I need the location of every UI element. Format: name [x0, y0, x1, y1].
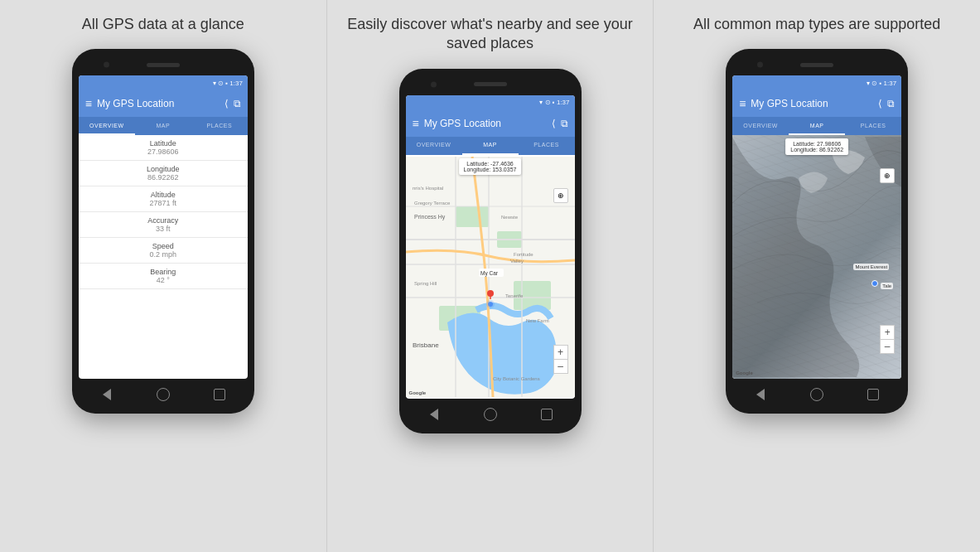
- panel3-title: All common map types are supported: [677, 15, 957, 34]
- altitude-value: 27871 ft: [79, 199, 248, 207]
- terrain-google-logo: Google: [736, 370, 753, 375]
- panel-terrain: All common map types are supported ▾ ⊙ ▪…: [654, 0, 980, 552]
- tab2-overview[interactable]: OVERVIEW: [406, 137, 462, 155]
- svg-text:City Botanic Gardens: City Botanic Gardens: [493, 376, 540, 381]
- recents-button-3[interactable]: [864, 385, 882, 404]
- phone2-speaker: [474, 82, 507, 86]
- svg-text:Princess Hy: Princess Hy: [414, 214, 446, 220]
- overview-list: Latitude 27.98606 Longitude 86.92262 Alt…: [79, 135, 248, 289]
- svg-rect-1: [456, 206, 489, 227]
- svg-point-27: [486, 300, 495, 308]
- home-icon: [157, 388, 170, 401]
- menu-icon-3[interactable]: ≡: [739, 98, 746, 109]
- showcase: All GPS data at a glance ▾ ⊙ ▪ 1:37 ≡ My…: [0, 0, 980, 552]
- svg-text:Spring Hill: Spring Hill: [414, 281, 437, 286]
- tab2-places[interactable]: PLACES: [519, 137, 575, 155]
- zoom-controls: + –: [553, 345, 568, 374]
- tab3-map[interactable]: MAP: [789, 117, 845, 135]
- recents-button-2[interactable]: [538, 405, 556, 424]
- home-button[interactable]: [154, 385, 172, 404]
- tab2-map[interactable]: MAP: [462, 137, 519, 155]
- speed-label: Speed: [79, 242, 248, 250]
- tab1-places[interactable]: PLACES: [191, 117, 248, 135]
- phone3-camera: [757, 62, 763, 68]
- tab3-overview[interactable]: OVERVIEW: [732, 117, 789, 135]
- toolbar3-title: My GPS Location: [751, 98, 873, 109]
- recents-button[interactable]: [210, 385, 229, 404]
- status-icons-2: ▾ ⊙ ▪ 1:37: [539, 99, 569, 106]
- terrain-location-button[interactable]: ⊕: [880, 168, 895, 183]
- toolbar2-title: My GPS Location: [424, 118, 547, 129]
- phone1-status: ▾ ⊙ ▪ 1:37: [79, 75, 248, 90]
- speed-row: Speed 0.2 mph: [79, 238, 248, 264]
- phone3-tabs: OVERVIEW MAP PLACES: [732, 117, 901, 135]
- terrain-zoom-controls: + –: [880, 325, 895, 354]
- share-icon[interactable]: ⟨: [224, 98, 229, 109]
- bearing-value: 42 °: [79, 276, 248, 284]
- svg-text:My Car: My Car: [480, 270, 499, 277]
- svg-text:nris's Hospital: nris's Hospital: [413, 186, 443, 191]
- tale-label: Tale: [881, 283, 893, 289]
- terrain-map[interactable]: Latitude: 27.98606 Longitude: 86.92262 ⊕…: [732, 135, 901, 379]
- svg-text:Fortitude: Fortitude: [514, 252, 533, 257]
- home-button-3[interactable]: [808, 385, 826, 404]
- recents-icon: [214, 389, 225, 400]
- longitude-value: 86.92262: [79, 173, 248, 182]
- svg-text:Gregory Terrace: Gregory Terrace: [414, 201, 451, 206]
- share-icon-3[interactable]: ⟨: [878, 98, 882, 109]
- panel-map: Easily discover what's nearby and see yo…: [327, 0, 654, 552]
- phone1-screen: ▾ ⊙ ▪ 1:37 ≡ My GPS Location ⟨ ⧉ OVERVIE…: [79, 75, 248, 379]
- back-button-3[interactable]: [751, 385, 770, 404]
- back-icon-2: [430, 409, 438, 420]
- terrain-svg: [732, 135, 901, 379]
- menu-icon-2[interactable]: ≡: [413, 118, 419, 129]
- accuracy-row: Accuracy 33 ft: [79, 212, 248, 238]
- terrain-info-box: Latitude: 27.98606 Longitude: 86.92262: [785, 138, 848, 155]
- home-icon-2: [484, 408, 497, 421]
- status-icons-3: ▾ ⊙ ▪ 1:37: [867, 80, 896, 87]
- accuracy-value: 33 ft: [79, 225, 248, 233]
- tab3-places[interactable]: PLACES: [845, 117, 901, 135]
- speed-value: 0.2 mph: [79, 250, 248, 259]
- tab1-map[interactable]: MAP: [135, 117, 191, 135]
- svg-text:Valley: Valley: [510, 259, 524, 264]
- svg-text:Brisbane: Brisbane: [413, 341, 439, 349]
- zoom-out-button[interactable]: –: [554, 360, 567, 373]
- phone1-topbar: [79, 57, 248, 72]
- brisbane-map[interactable]: Princess Hy Gregory Terrace Newste Tener…: [406, 155, 575, 399]
- phone2-screen: ▾ ⊙ ▪ 1:37 ≡ My GPS Location ⟨ ⧉ OVERVIE…: [406, 95, 575, 399]
- menu-icon[interactable]: ≡: [85, 98, 92, 109]
- phone3-status: ▾ ⊙ ▪ 1:37: [732, 75, 901, 90]
- recents-icon-3: [867, 389, 879, 400]
- back-button[interactable]: [98, 385, 116, 404]
- terrain-lat: Latitude: 27.98606: [790, 141, 843, 147]
- longitude-label: Longitude: [79, 165, 248, 173]
- phone-2: ▾ ⊙ ▪ 1:37 ≡ My GPS Location ⟨ ⧉ OVERVIE…: [399, 69, 582, 433]
- map-svg: Princess Hy Gregory Terrace Newste Tener…: [406, 155, 575, 399]
- phone3-toolbar: ≡ My GPS Location ⟨ ⧉: [732, 90, 901, 117]
- tab1-overview[interactable]: OVERVIEW: [79, 117, 135, 135]
- terrain-zoom-in[interactable]: +: [881, 326, 894, 340]
- altitude-label: Altitude: [79, 191, 248, 199]
- phone1-tabs: OVERVIEW MAP PLACES: [79, 117, 248, 135]
- copy-icon[interactable]: ⧉: [234, 98, 241, 109]
- copy-icon-3[interactable]: ⧉: [887, 98, 895, 109]
- status-icons: ▾ ⊙ ▪ 1:37: [213, 80, 243, 87]
- zoom-in-button[interactable]: +: [554, 346, 567, 360]
- bearing-row: Bearing 42 °: [79, 264, 248, 289]
- everest-label: Mount Everest: [853, 264, 889, 270]
- terrain-lng: Longitude: 86.92262: [790, 147, 843, 153]
- share-icon-2[interactable]: ⟨: [552, 118, 556, 129]
- terrain-zoom-out[interactable]: –: [881, 340, 894, 353]
- phone2-topbar: [406, 77, 575, 92]
- phone1-bottom: [79, 382, 248, 407]
- copy-icon-2[interactable]: ⧉: [561, 118, 568, 129]
- back-button-2[interactable]: [425, 405, 443, 424]
- home-button-2[interactable]: [481, 405, 500, 424]
- location-button[interactable]: ⊕: [553, 188, 568, 203]
- toolbar1-title: My GPS Location: [97, 98, 220, 109]
- phone1-speaker: [147, 63, 180, 67]
- phone3-content: Latitude: 27.98606 Longitude: 86.92262 ⊕…: [732, 135, 901, 379]
- phone3-screen: ▾ ⊙ ▪ 1:37 ≡ My GPS Location ⟨ ⧉ OVERVIE…: [732, 75, 901, 379]
- phone3-bottom: [732, 382, 901, 407]
